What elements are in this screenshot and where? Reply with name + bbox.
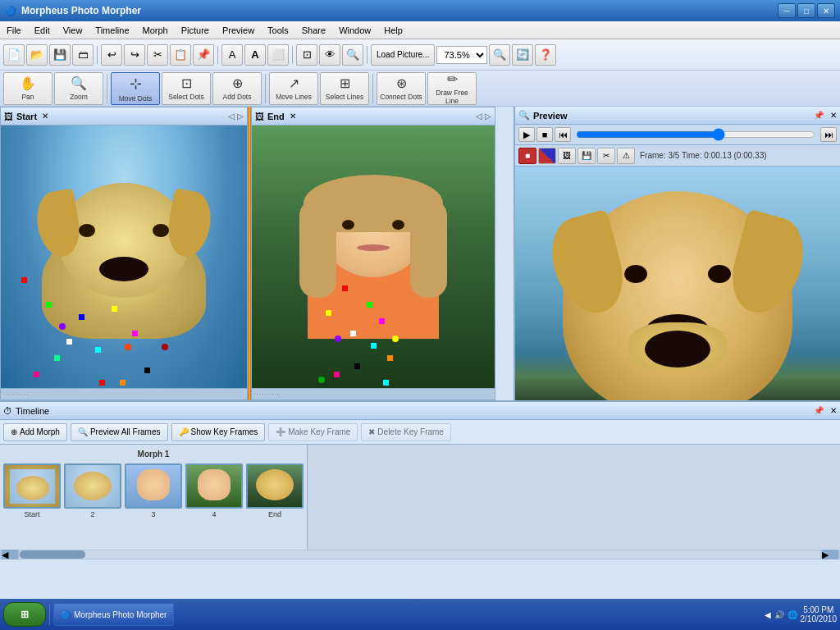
start-button[interactable]: ⊞ [3,602,46,627]
preview-close-btn[interactable]: ✕ [830,111,837,120]
end-image-area[interactable] [252,126,495,388]
preview-tool-1[interactable]: ■ [518,148,536,164]
taskbar-morpheus[interactable]: 🔵 Morpheus Photo Morpher [53,603,174,626]
preview-tool-5[interactable]: ✂ [597,148,615,164]
start-panel: 🖼 Start ✕ ◁ ▷ [0,107,248,400]
text2-button[interactable]: A [244,44,266,66]
paste-button[interactable]: 📌 [193,44,214,66]
cut-button[interactable]: ✂ [147,44,168,66]
main-scrollbar[interactable]: ◀ ▶ [0,548,840,559]
window-title: Morpheus Photo Morpher [21,5,141,16]
maximize-button[interactable]: □ [797,3,815,18]
copy-button[interactable]: 📋 [170,44,191,66]
zoom-select[interactable]: 73.5% 50% 100% [436,46,487,64]
stop-button[interactable]: ■ [536,127,553,142]
add-morph-button[interactable]: ⊕ Add Morph [3,423,67,441]
preview-icon: 🔍 [518,110,530,121]
tool2-button[interactable]: 👁 [319,44,340,66]
help-button[interactable]: ❓ [535,44,556,66]
load-picture-button[interactable]: Load Picture... [371,44,435,66]
zoom-tool[interactable]: 🔍 Zoom [54,72,103,105]
frame-3[interactable]: 3 [125,463,182,518]
tool1-button[interactable]: ⊡ [296,44,317,66]
app-icon: 🔵 [5,6,16,16]
minimize-button[interactable]: ─ [778,3,796,18]
save-project-button[interactable]: 🗃 [72,44,94,66]
redo-button[interactable]: ↪ [124,44,145,66]
next-frame-button[interactable]: ⏭ [820,127,837,142]
frame-3-thumb[interactable] [125,463,182,509]
pan-tool[interactable]: ✋ Pan [3,72,52,105]
undo-button[interactable]: ↩ [101,44,122,66]
menu-view[interactable]: View [57,21,89,39]
select-lines-tool[interactable]: ⊞ Select Lines [320,72,369,105]
timeline-close[interactable]: ✕ [830,406,837,415]
select-dots-icon: ⊡ [181,75,192,91]
tool3-button[interactable]: 🔍 [342,44,363,66]
frame-end[interactable]: End [246,463,304,518]
prev-frame-button[interactable]: ⏮ [555,127,571,142]
preview-tool-4[interactable]: 💾 [578,148,596,164]
title-bar: 🔵 Morpheus Photo Morpher ─ □ ✕ [0,0,840,21]
move-lines-tool[interactable]: ↗ Move Lines [269,72,318,105]
frame-2-thumb[interactable] [64,463,121,509]
frame-button[interactable]: ⬜ [267,44,289,66]
show-key-frames-button[interactable]: 🔑 Show Key Frames [171,423,266,441]
close-button[interactable]: ✕ [817,3,835,18]
end-scrollbar[interactable]: ·········· [252,388,495,399]
menu-file[interactable]: File [0,21,28,39]
timeline-pin[interactable]: 📌 [814,406,824,415]
menu-help[interactable]: Help [377,21,409,39]
menu-edit[interactable]: Edit [28,21,57,39]
make-key-frame-button[interactable]: ➕ Make Key Frame [268,423,358,441]
zoom-in-button[interactable]: 🔍 [489,44,510,66]
end-panel-nav[interactable]: ◁ ▷ [476,112,491,121]
separator-4 [367,46,368,64]
menu-tools[interactable]: Tools [261,21,295,39]
move-dots-tool[interactable]: ⊹ Move Dots [111,72,160,105]
preview-tool-2[interactable] [538,148,556,164]
connect-dots-tool[interactable]: ⊛ Connect Dots [377,72,426,105]
refresh-button[interactable]: 🔄 [512,44,533,66]
new-button[interactable]: 📄 [3,44,25,66]
add-dots-tool[interactable]: ⊕ Add Dots [212,72,262,105]
make-key-icon: ➕ [276,427,285,436]
start-scrollbar[interactable]: ·········· [1,388,247,399]
end-panel-close[interactable]: ✕ [290,112,296,121]
tools-toolbar: ✋ Pan 🔍 Zoom ⊹ Move Dots ⊡ Select Dots ⊕… [0,71,840,107]
play-button[interactable]: ▶ [518,127,535,142]
menu-preview[interactable]: Preview [216,21,261,39]
menu-window[interactable]: Window [332,21,377,39]
start-panel-nav[interactable]: ◁ ▷ [228,112,244,121]
frame-4[interactable]: 4 [185,463,243,518]
frame-start-thumb[interactable] [3,463,61,509]
delete-key-frame-button[interactable]: ✖ Delete Key Frame [361,423,451,441]
menu-morph[interactable]: Morph [136,21,175,39]
save-button[interactable]: 💾 [49,44,71,66]
open-button[interactable]: 📂 [26,44,48,66]
connect-dots-icon: ⊛ [396,75,407,91]
text-button[interactable]: A [221,44,243,66]
scroll-right-btn[interactable]: ▶ [822,550,838,559]
frame-4-thumb[interactable] [185,463,243,509]
scroll-left-btn[interactable]: ◀ [2,550,18,559]
tray-arrow[interactable]: ◀ [765,610,771,619]
scroll-track[interactable] [20,550,820,559]
main-workspace: 🖼 Start ✕ ◁ ▷ [0,107,840,400]
scroll-thumb[interactable] [20,550,85,559]
menu-timeline[interactable]: Timeline [89,21,135,39]
frame-2[interactable]: 2 [64,463,121,518]
frame-end-thumb[interactable] [246,463,304,509]
preview-scrubber[interactable] [576,129,815,140]
start-image-area[interactable] [1,126,247,388]
preview-all-frames-button[interactable]: 🔍 Preview All Frames [71,423,168,441]
preview-tool-3[interactable]: 🖼 [558,148,576,164]
frame-start[interactable]: Start [3,463,61,518]
select-dots-tool[interactable]: ⊡ Select Dots [162,72,211,105]
preview-tool-6[interactable]: ⚠ [617,148,635,164]
preview-pin[interactable]: 📌 [814,111,824,120]
menu-picture[interactable]: Picture [175,21,216,39]
start-panel-close[interactable]: ✕ [42,112,48,121]
draw-free-line-tool[interactable]: ✏ Draw Free Line [427,72,477,105]
menu-share[interactable]: Share [295,21,332,39]
